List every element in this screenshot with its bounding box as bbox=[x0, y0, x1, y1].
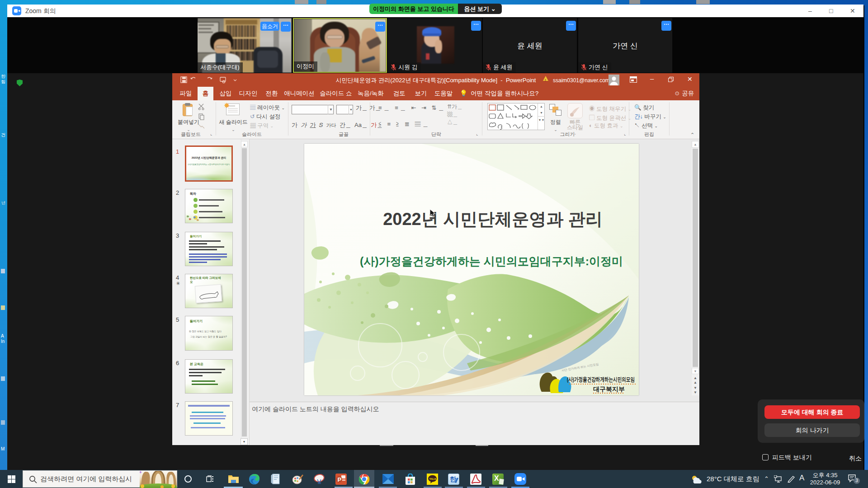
svg-text:P: P bbox=[338, 476, 342, 483]
svg-text:(사)가정을건강하게하는 시민의모임대구지부:이정미: (사)가정을건강하게하는 시민의모임대구지부:이정미 bbox=[360, 255, 623, 267]
svg-text:(사)가정을건강하게하는시민의모임: (사)가정을건강하게하는시민의모임 bbox=[567, 376, 635, 383]
svg-text:TALK: TALK bbox=[429, 478, 437, 480]
svg-text:대구북지부: 대구북지부 bbox=[593, 385, 625, 393]
svg-text:2022년 시민단체운영과 관리: 2022년 시민단체운영과 관리 bbox=[383, 210, 603, 229]
